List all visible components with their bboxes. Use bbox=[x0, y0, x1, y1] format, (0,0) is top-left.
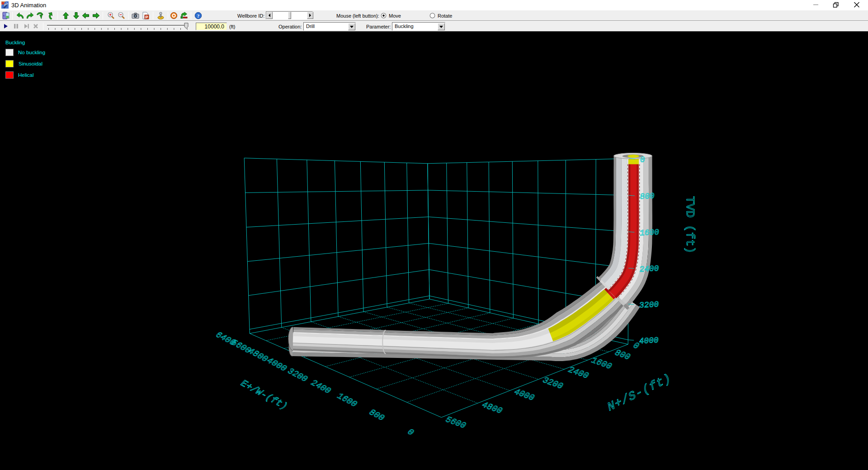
svg-text:2400: 2400 bbox=[639, 264, 660, 274]
svg-text:3200: 3200 bbox=[639, 300, 659, 310]
svg-text:?: ? bbox=[197, 13, 200, 19]
svg-text:TVD (ft): TVD (ft) bbox=[683, 196, 697, 254]
svg-text:1600: 1600 bbox=[639, 228, 660, 238]
svg-text:800: 800 bbox=[639, 191, 655, 201]
svg-text:0: 0 bbox=[640, 155, 646, 164]
svg-text:P: P bbox=[145, 15, 148, 19]
svg-text:4000: 4000 bbox=[639, 336, 659, 346]
